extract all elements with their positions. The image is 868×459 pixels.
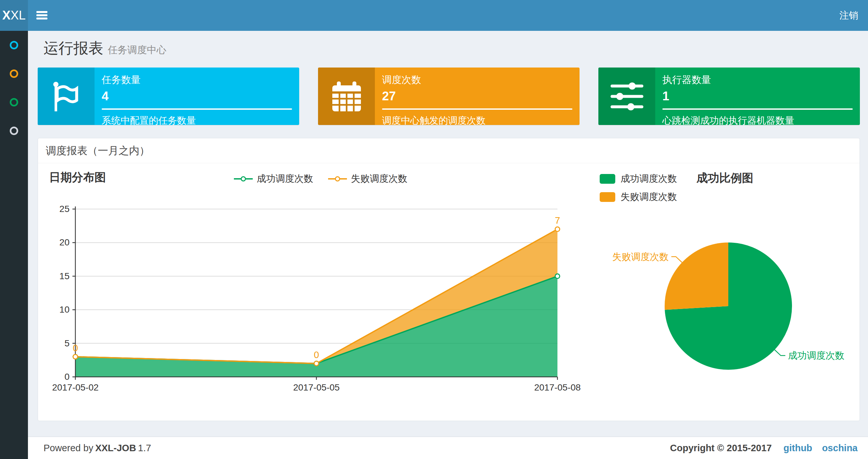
circle-o-icon [10, 98, 18, 106]
circle-o-icon [10, 127, 18, 135]
report-panel: 调度报表（一月之内） 日期分布图 成功调度次数 失败调度次数 051015202… [38, 138, 860, 421]
svg-text:20: 20 [59, 237, 69, 248]
info-box-value: 27 [382, 89, 572, 103]
footer: Powered byXXL-JOB1.7 Copyright © 2015-20… [28, 436, 868, 459]
sidebar-menu-item-3[interactable] [0, 88, 28, 117]
footer-copyright: Copyright © 2015-2017 github oschina [670, 443, 858, 454]
calendar-icon [318, 67, 375, 125]
info-box-jobs: 任务数量 4 系统中配置的任务数量 [38, 67, 299, 125]
logout-link[interactable]: 注销 [839, 0, 858, 31]
svg-text:0: 0 [314, 350, 319, 360]
sidebar-toggle-icon[interactable] [36, 10, 50, 22]
svg-text:25: 25 [59, 204, 69, 214]
svg-text:2017-05-02: 2017-05-02 [52, 383, 98, 392]
app-logo[interactable]: XXL [0, 0, 28, 31]
info-box-description: 心跳检测成功的执行器机器数量 [662, 114, 853, 125]
svg-text:7: 7 [555, 215, 560, 226]
legend-item-success[interactable]: 成功调度次数 [234, 172, 313, 185]
sidebar-menu-item-4[interactable] [0, 117, 28, 145]
svg-text:成功调度次数: 成功调度次数 [788, 350, 844, 361]
sliders-icon [598, 67, 655, 125]
info-box-value: 1 [662, 89, 853, 103]
circle-o-icon [10, 41, 18, 50]
svg-text:2017-05-08: 2017-05-08 [534, 383, 581, 392]
page-title: 运行报表 [43, 40, 103, 57]
oschina-link[interactable]: oschina [822, 443, 858, 453]
svg-text:0: 0 [64, 372, 69, 382]
info-box-triggers: 调度次数 27 调度中心触发的调度次数 [318, 67, 580, 125]
info-box-description: 调度中心触发的调度次数 [382, 114, 572, 125]
svg-text:0: 0 [73, 343, 78, 353]
info-box-row: 任务数量 4 系统中配置的任务数量 调度次数 27 调度中心触发的调度次数 [38, 67, 860, 125]
info-box-label: 调度次数 [382, 73, 572, 87]
sidebar-menu-item-1[interactable] [0, 31, 28, 59]
svg-text:15: 15 [59, 271, 69, 281]
circle-o-icon [10, 69, 18, 78]
svg-text:失败调度次数: 失败调度次数 [612, 252, 669, 262]
svg-text:5: 5 [64, 338, 69, 348]
legend-swatch-icon [600, 174, 615, 184]
info-box-label: 执行器数量 [662, 73, 853, 87]
info-box-executors: 执行器数量 1 心跳检测成功的执行器机器数量 [598, 67, 860, 125]
legend-item-success[interactable]: 成功调度次数 [600, 172, 677, 185]
info-box-description: 系统中配置的任务数量 [102, 114, 292, 125]
github-link[interactable]: github [783, 443, 812, 453]
line-chart-legend: 成功调度次数 失败调度次数 [220, 172, 421, 185]
flag-icon [38, 67, 95, 125]
info-box-divider [382, 108, 572, 110]
footer-powered-by: Powered byXXL-JOB1.7 [43, 443, 151, 454]
pie-chart-title: 成功比例图 [696, 170, 753, 186]
line-chart-title: 日期分布图 [49, 170, 106, 185]
top-navbar: XXL 注销 [0, 0, 868, 31]
line-marker-icon [234, 176, 253, 182]
svg-text:2017-05-05: 2017-05-05 [293, 383, 339, 392]
page-header: 运行报表任务调度中心 [43, 38, 166, 59]
svg-text:10: 10 [59, 304, 69, 315]
legend-item-fail[interactable]: 失败调度次数 [328, 172, 407, 185]
sidebar-menu-item-2[interactable] [0, 59, 28, 88]
info-box-divider [662, 108, 853, 110]
success-ratio-pie-chart[interactable]: 成功调度次数失败调度次数 [595, 195, 860, 409]
sidebar [0, 31, 28, 459]
panel-title: 调度报表（一月之内） [38, 138, 860, 163]
page-subtitle: 任务调度中心 [108, 44, 166, 55]
info-box-value: 4 [102, 89, 292, 103]
line-marker-icon [328, 176, 347, 182]
date-distribution-chart[interactable]: 05101520252017-05-022017-05-052017-05-08… [49, 195, 595, 409]
info-box-label: 任务数量 [102, 73, 292, 87]
info-box-divider [102, 108, 292, 110]
